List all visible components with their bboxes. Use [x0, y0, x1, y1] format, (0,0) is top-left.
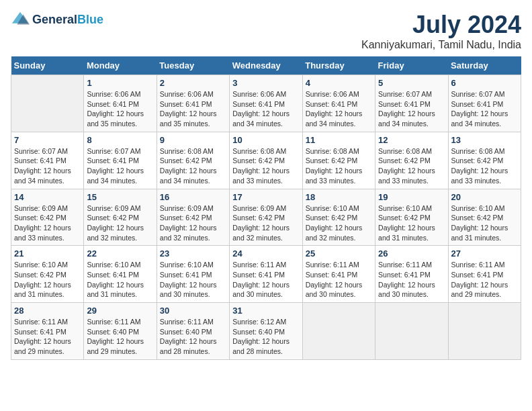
day-info: Sunrise: 6:11 AM Sunset: 6:40 PM Dayligh… [160, 317, 226, 357]
calendar-cell: 27Sunrise: 6:11 AM Sunset: 6:41 PM Dayli… [448, 246, 521, 303]
calendar-cell: 5Sunrise: 6:07 AM Sunset: 6:41 PM Daylig… [375, 75, 448, 132]
day-number: 14 [14, 192, 81, 202]
day-number: 2 [160, 78, 226, 88]
calendar-cell: 8Sunrise: 6:07 AM Sunset: 6:41 PM Daylig… [84, 132, 157, 189]
day-number: 31 [232, 306, 299, 316]
calendar-cell: 16Sunrise: 6:09 AM Sunset: 6:42 PM Dayli… [157, 189, 229, 246]
day-number: 8 [87, 135, 153, 145]
day-number: 15 [87, 192, 153, 202]
day-info: Sunrise: 6:10 AM Sunset: 6:42 PM Dayligh… [14, 260, 81, 300]
day-info: Sunrise: 6:06 AM Sunset: 6:41 PM Dayligh… [232, 89, 299, 129]
calendar-cell: 13Sunrise: 6:08 AM Sunset: 6:42 PM Dayli… [448, 132, 521, 189]
day-number: 9 [160, 135, 226, 145]
calendar-cell: 19Sunrise: 6:10 AM Sunset: 6:42 PM Dayli… [375, 189, 448, 246]
day-info: Sunrise: 6:10 AM Sunset: 6:42 PM Dayligh… [378, 203, 445, 243]
day-info: Sunrise: 6:10 AM Sunset: 6:42 PM Dayligh… [306, 203, 372, 243]
calendar-cell: 12Sunrise: 6:08 AM Sunset: 6:42 PM Dayli… [375, 132, 448, 189]
day-number: 26 [378, 248, 445, 259]
day-number: 24 [232, 248, 299, 259]
day-number: 23 [160, 248, 226, 259]
logo-text: GeneralBlue [32, 13, 103, 27]
weekday-header-row: SundayMondayTuesdayWednesdayThursdayFrid… [11, 56, 521, 75]
day-info: Sunrise: 6:11 AM Sunset: 6:41 PM Dayligh… [306, 260, 372, 300]
calendar-cell: 17Sunrise: 6:09 AM Sunset: 6:42 PM Dayli… [230, 189, 302, 246]
calendar-week-row: 21Sunrise: 6:10 AM Sunset: 6:42 PM Dayli… [11, 246, 521, 303]
calendar-cell [11, 75, 84, 132]
calendar-cell: 10Sunrise: 6:08 AM Sunset: 6:42 PM Dayli… [230, 132, 302, 189]
calendar-cell: 26Sunrise: 6:11 AM Sunset: 6:41 PM Dayli… [375, 246, 448, 303]
calendar-cell: 7Sunrise: 6:07 AM Sunset: 6:41 PM Daylig… [11, 132, 84, 189]
day-number: 10 [232, 135, 299, 145]
day-number: 28 [14, 306, 81, 316]
calendar-cell: 25Sunrise: 6:11 AM Sunset: 6:41 PM Dayli… [302, 246, 375, 303]
day-info: Sunrise: 6:08 AM Sunset: 6:42 PM Dayligh… [232, 146, 299, 186]
logo-icon [11, 11, 30, 30]
calendar-cell: 9Sunrise: 6:08 AM Sunset: 6:42 PM Daylig… [157, 132, 229, 189]
day-number: 5 [378, 78, 445, 88]
calendar-cell [448, 303, 521, 360]
day-number: 27 [451, 248, 518, 259]
weekday-header-saturday: Saturday [448, 56, 521, 75]
calendar-cell: 22Sunrise: 6:10 AM Sunset: 6:41 PM Dayli… [84, 246, 157, 303]
day-info: Sunrise: 6:11 AM Sunset: 6:41 PM Dayligh… [14, 317, 81, 357]
day-number: 22 [87, 248, 153, 259]
day-info: Sunrise: 6:06 AM Sunset: 6:41 PM Dayligh… [87, 89, 153, 129]
calendar-cell: 14Sunrise: 6:09 AM Sunset: 6:42 PM Dayli… [11, 189, 84, 246]
day-info: Sunrise: 6:08 AM Sunset: 6:42 PM Dayligh… [306, 146, 372, 186]
weekday-header-thursday: Thursday [302, 56, 375, 75]
calendar-cell: 3Sunrise: 6:06 AM Sunset: 6:41 PM Daylig… [230, 75, 302, 132]
day-number: 3 [232, 78, 299, 88]
day-info: Sunrise: 6:09 AM Sunset: 6:42 PM Dayligh… [14, 203, 81, 243]
day-info: Sunrise: 6:06 AM Sunset: 6:41 PM Dayligh… [160, 89, 226, 129]
day-number: 19 [378, 192, 445, 202]
day-info: Sunrise: 6:09 AM Sunset: 6:42 PM Dayligh… [232, 203, 299, 243]
calendar-cell: 24Sunrise: 6:11 AM Sunset: 6:41 PM Dayli… [230, 246, 302, 303]
calendar-cell: 1Sunrise: 6:06 AM Sunset: 6:41 PM Daylig… [84, 75, 157, 132]
day-number: 29 [87, 306, 153, 316]
calendar-week-row: 14Sunrise: 6:09 AM Sunset: 6:42 PM Dayli… [11, 189, 521, 246]
day-info: Sunrise: 6:11 AM Sunset: 6:41 PM Dayligh… [378, 260, 445, 300]
weekday-header-tuesday: Tuesday [157, 56, 229, 75]
calendar-cell: 29Sunrise: 6:11 AM Sunset: 6:40 PM Dayli… [84, 303, 157, 360]
day-number: 16 [160, 192, 226, 202]
calendar-cell [302, 303, 375, 360]
calendar-cell: 28Sunrise: 6:11 AM Sunset: 6:41 PM Dayli… [11, 303, 84, 360]
day-info: Sunrise: 6:08 AM Sunset: 6:42 PM Dayligh… [160, 146, 226, 186]
day-info: Sunrise: 6:10 AM Sunset: 6:41 PM Dayligh… [160, 260, 226, 300]
calendar-week-row: 28Sunrise: 6:11 AM Sunset: 6:41 PM Dayli… [11, 303, 521, 360]
calendar-cell: 11Sunrise: 6:08 AM Sunset: 6:42 PM Dayli… [302, 132, 375, 189]
day-number: 1 [87, 78, 153, 88]
day-number: 11 [306, 135, 372, 145]
calendar-cell: 23Sunrise: 6:10 AM Sunset: 6:41 PM Dayli… [157, 246, 229, 303]
day-info: Sunrise: 6:09 AM Sunset: 6:42 PM Dayligh… [160, 203, 226, 243]
day-number: 6 [451, 78, 518, 88]
day-info: Sunrise: 6:10 AM Sunset: 6:41 PM Dayligh… [87, 260, 153, 300]
day-number: 4 [306, 78, 372, 88]
day-number: 20 [451, 192, 518, 202]
day-number: 21 [14, 248, 81, 259]
calendar-cell: 20Sunrise: 6:10 AM Sunset: 6:42 PM Dayli… [448, 189, 521, 246]
day-info: Sunrise: 6:10 AM Sunset: 6:42 PM Dayligh… [451, 203, 518, 243]
day-info: Sunrise: 6:12 AM Sunset: 6:40 PM Dayligh… [232, 317, 299, 357]
title-area: July 2024 Kanniyakumari, Tamil Nadu, Ind… [361, 11, 521, 51]
weekday-header-wednesday: Wednesday [230, 56, 302, 75]
day-number: 12 [378, 135, 445, 145]
day-number: 18 [306, 192, 372, 202]
day-info: Sunrise: 6:07 AM Sunset: 6:41 PM Dayligh… [378, 89, 445, 129]
day-info: Sunrise: 6:09 AM Sunset: 6:42 PM Dayligh… [87, 203, 153, 243]
day-info: Sunrise: 6:11 AM Sunset: 6:41 PM Dayligh… [451, 260, 518, 300]
calendar-table: SundayMondayTuesdayWednesdayThursdayFrid… [11, 56, 521, 360]
day-number: 7 [14, 135, 81, 145]
calendar-cell [375, 303, 448, 360]
day-info: Sunrise: 6:08 AM Sunset: 6:42 PM Dayligh… [378, 146, 445, 186]
weekday-header-monday: Monday [84, 56, 157, 75]
subtitle: Kanniyakumari, Tamil Nadu, India [361, 39, 521, 51]
calendar-cell: 4Sunrise: 6:06 AM Sunset: 6:41 PM Daylig… [302, 75, 375, 132]
calendar-cell: 15Sunrise: 6:09 AM Sunset: 6:42 PM Dayli… [84, 189, 157, 246]
weekday-header-friday: Friday [375, 56, 448, 75]
day-number: 13 [451, 135, 518, 145]
header: GeneralBlue July 2024 Kanniyakumari, Tam… [11, 11, 521, 51]
calendar-cell: 6Sunrise: 6:07 AM Sunset: 6:41 PM Daylig… [448, 75, 521, 132]
day-info: Sunrise: 6:08 AM Sunset: 6:42 PM Dayligh… [451, 146, 518, 186]
day-info: Sunrise: 6:07 AM Sunset: 6:41 PM Dayligh… [87, 146, 153, 186]
